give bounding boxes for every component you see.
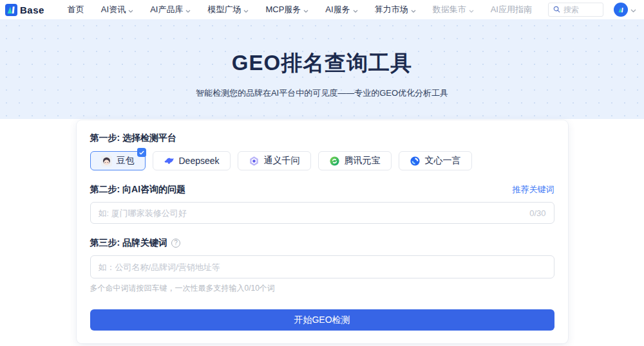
- platform-label: Deepseek: [179, 156, 220, 166]
- chevron-down-icon: [630, 4, 636, 15]
- nav-item-data-market[interactable]: 数据集市: [433, 4, 474, 15]
- help-icon[interactable]: ?: [171, 239, 180, 248]
- platform-selector: 豆包 Deepseek 通义千问: [90, 151, 554, 170]
- search-icon: [553, 4, 560, 15]
- nav-item-ai-news[interactable]: AI资讯: [101, 4, 133, 15]
- platform-label: 豆包: [117, 155, 135, 167]
- user-avatar: [614, 3, 628, 17]
- platform-option-doubao[interactable]: 豆包: [90, 151, 146, 170]
- step2-label: 第二步: 向AI咨询的问题: [90, 184, 186, 196]
- user-menu[interactable]: [614, 3, 636, 17]
- main-nav: 首页 AI资讯 AI产品库 模型广场 MCP服务 AI服务 算力市场 数据集市 …: [68, 4, 532, 15]
- nav-item-ai-services[interactable]: AI服务: [325, 4, 357, 15]
- start-geo-check-button[interactable]: 开始GEO检测: [90, 309, 554, 331]
- recommend-keywords-link[interactable]: 推荐关键词: [513, 184, 554, 196]
- nav-item-compute-market[interactable]: 算力市场: [375, 4, 416, 15]
- step3-label: 第三步: 品牌关键词: [90, 237, 168, 249]
- nav-item-mcp-services[interactable]: MCP服务: [265, 4, 308, 15]
- selected-check-icon: [137, 148, 146, 157]
- doubao-avatar-icon: [101, 156, 112, 167]
- platform-option-tencent-yuanbao[interactable]: 腾讯元宝: [318, 151, 392, 170]
- deepseek-whale-icon: [164, 156, 175, 167]
- keywords-input[interactable]: [99, 262, 546, 272]
- nav-item-ai-products[interactable]: AI产品库: [150, 4, 191, 15]
- question-input[interactable]: [99, 208, 525, 218]
- keywords-input-wrap: [90, 255, 554, 278]
- aibase-logo[interactable]: Base: [5, 4, 44, 16]
- chevron-down-icon: [353, 5, 358, 15]
- nav-item-model-plaza[interactable]: 模型广场: [207, 4, 249, 15]
- step1-label: 第一步: 选择检测平台: [90, 132, 554, 144]
- chevron-down-icon: [469, 5, 474, 15]
- chevron-down-icon: [411, 5, 416, 15]
- top-nav: Base 首页 AI资讯 AI产品库 模型广场 MCP服务 AI服务 算力市场 …: [0, 0, 644, 19]
- page-title: GEO排名查询工具: [0, 19, 644, 78]
- hero-section: GEO排名查询工具 智能检测您的品牌在AI平台中的可见度——专业的GEO优化分析…: [0, 19, 644, 119]
- platform-option-wenxin-yiyan[interactable]: 文心一言: [399, 151, 472, 170]
- chevron-down-icon: [185, 5, 191, 15]
- aibase-logo-text: Base: [20, 5, 44, 15]
- tencent-yuanbao-icon: [329, 156, 340, 167]
- nav-item-home[interactable]: 首页: [68, 4, 84, 15]
- main-content: 第一步: 选择检测平台 豆包: [0, 120, 644, 343]
- platform-option-deepseek[interactable]: Deepseek: [153, 151, 231, 170]
- keywords-hint: 多个命中词请按回车键，一次性最多支持输入0/10个词: [90, 283, 554, 294]
- tongyi-qianwen-icon: [249, 156, 260, 167]
- page-subtitle: 智能检测您的品牌在AI平台中的可见度——专业的GEO优化分析工具: [0, 87, 644, 99]
- question-char-counter: 0/30: [529, 208, 545, 218]
- chevron-down-icon: [243, 5, 249, 15]
- nav-right-group: [548, 3, 636, 17]
- chevron-down-icon: [303, 5, 308, 15]
- chevron-down-icon: [128, 5, 133, 15]
- search-box[interactable]: [548, 3, 603, 17]
- aibase-logo-icon: [5, 4, 17, 16]
- question-input-wrap: 0/30: [90, 202, 554, 224]
- platform-label: 腾讯元宝: [345, 155, 381, 167]
- nav-item-ai-app-guide[interactable]: AI应用指南: [491, 4, 532, 15]
- search-input[interactable]: [564, 5, 598, 14]
- platform-option-tongyi-qianwen[interactable]: 通义千问: [238, 151, 311, 170]
- platform-label: 通义千问: [264, 155, 300, 167]
- geo-query-form-card: 第一步: 选择检测平台 豆包: [77, 120, 568, 343]
- platform-label: 文心一言: [425, 155, 461, 167]
- wenxin-yiyan-icon: [410, 156, 421, 167]
